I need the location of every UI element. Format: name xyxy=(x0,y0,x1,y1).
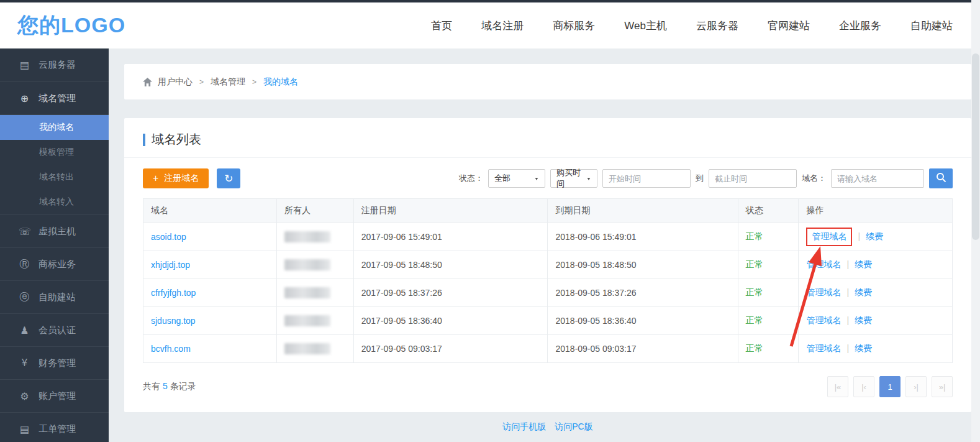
status-cell: 正常 xyxy=(738,307,799,335)
server-icon: ▤ xyxy=(19,59,30,71)
sidebar-item-site-builder[interactable]: ⓔ自助建站 xyxy=(0,280,109,313)
sidebar-item-finance[interactable]: ¥财务管理 xyxy=(0,346,109,379)
refresh-button[interactable]: ↻ xyxy=(217,168,240,188)
top-nav-item[interactable]: 商标服务 xyxy=(553,19,595,33)
renew-link[interactable]: 续费 xyxy=(855,259,872,269)
renew-link[interactable]: 续费 xyxy=(866,231,883,241)
sidebar-item-virtual-host[interactable]: ☏虚拟主机 xyxy=(0,214,109,247)
breadcrumb-item[interactable]: 用户中心 xyxy=(158,76,193,88)
sidebar-item-ticket[interactable]: ▤工单管理 xyxy=(0,412,109,442)
sidebar-item-label: 工单管理 xyxy=(39,423,76,435)
domain-link[interactable]: bcvfh.com xyxy=(151,344,191,354)
domain-cell: bcvfh.com xyxy=(143,335,277,363)
action-separator: | xyxy=(858,231,860,241)
sidebar-subitem-template-mgmt[interactable]: 模板管理 xyxy=(0,140,109,165)
start-time-input[interactable] xyxy=(602,169,691,188)
sidebar-item-account[interactable]: ⚙账户管理 xyxy=(0,379,109,412)
sidebar-item-domain-mgmt[interactable]: ⊕域名管理 xyxy=(0,81,109,114)
top-nav-item[interactable]: 云服务器 xyxy=(696,19,738,33)
manage-domain-link[interactable]: 管理域名 xyxy=(806,259,841,269)
owner-cell xyxy=(276,223,353,251)
status-badge: 正常 xyxy=(746,259,763,269)
to-label: 到 xyxy=(696,173,704,184)
registration-date-cell: 2017-09-05 18:36:40 xyxy=(353,307,548,335)
domain-search-input[interactable] xyxy=(831,169,924,188)
renew-link[interactable]: 续费 xyxy=(855,315,872,325)
browser-scrollbar[interactable] xyxy=(971,0,980,442)
sidebar-item-member-auth[interactable]: ♟会员认证 xyxy=(0,313,109,346)
registration-date-cell: 2017-09-06 15:49:01 xyxy=(353,223,548,251)
globe-icon: ⊕ xyxy=(19,93,30,104)
time-type-select[interactable]: 购买时间 ▼ xyxy=(550,169,597,188)
expiry-date-cell: 2018-09-06 15:49:01 xyxy=(548,223,738,251)
record-count-summary: 共有5条记录 xyxy=(143,381,196,392)
column-header: 操作 xyxy=(799,199,953,223)
table-row: xhjdjdj.top2017-09-05 18:48:502018-09-05… xyxy=(143,251,953,279)
domain-cell: asoid.top xyxy=(143,223,277,251)
manage-domain-link[interactable]: 管理域名 xyxy=(806,287,841,297)
register-domain-button[interactable]: + 注册域名 xyxy=(143,168,209,188)
status-select[interactable]: 全部 ▼ xyxy=(488,169,545,188)
owner-cell xyxy=(276,335,353,363)
actions-cell: 管理域名|续费 xyxy=(799,223,953,251)
domain-link[interactable]: asoid.top xyxy=(151,232,186,242)
search-icon xyxy=(936,172,946,185)
manage-domain-link[interactable]: 管理域名 xyxy=(806,343,841,353)
top-nav-item[interactable]: Web主机 xyxy=(624,19,667,33)
footer-link[interactable]: 访问PC版 xyxy=(555,421,592,431)
page-1-button[interactable]: 1 xyxy=(879,376,901,397)
person-icon: ♟ xyxy=(19,325,30,336)
top-nav-item[interactable]: 官网建站 xyxy=(768,19,810,33)
next-page-button[interactable]: ›| xyxy=(905,376,927,397)
site-logo: 您的LOGO xyxy=(17,11,125,40)
domain-link[interactable]: xhjdjdj.top xyxy=(151,260,190,270)
top-nav-item[interactable]: 企业服务 xyxy=(839,19,881,33)
breadcrumb-item[interactable]: 我的域名 xyxy=(263,76,298,88)
registration-date-cell: 2017-09-05 09:03:17 xyxy=(353,335,548,363)
sidebar-subitem-domain-transfer-out[interactable]: 域名转出 xyxy=(0,165,109,190)
footer-links: 访问手机版访问PC版 xyxy=(124,421,971,433)
footer-link[interactable]: 访问手机版 xyxy=(502,421,546,431)
domain-link[interactable]: sjdusng.top xyxy=(151,316,196,326)
sidebar-subitem-domain-transfer-in[interactable]: 域名转入 xyxy=(0,190,109,214)
breadcrumb-panel: 用户中心>域名管理>我的域名 xyxy=(124,64,971,99)
status-cell: 正常 xyxy=(738,279,799,307)
breadcrumb-item[interactable]: 域名管理 xyxy=(211,76,245,88)
expiry-date-cell: 2018-09-05 18:36:40 xyxy=(548,307,738,335)
end-time-input[interactable] xyxy=(709,169,797,188)
prev-page-button[interactable]: |‹ xyxy=(853,376,874,397)
column-header: 所有人 xyxy=(276,199,353,223)
actions-cell: 管理域名|续费 xyxy=(799,279,953,307)
owner-redacted-blur xyxy=(284,287,330,298)
search-button[interactable] xyxy=(929,168,953,188)
scrollbar-thumb[interactable] xyxy=(972,53,979,240)
action-separator: | xyxy=(846,287,849,297)
status-badge: 正常 xyxy=(746,231,763,241)
sidebar-item-label: 账户管理 xyxy=(39,390,76,402)
table-row: asoid.top2017-09-06 15:49:012018-09-06 1… xyxy=(143,223,953,251)
registration-date-cell: 2017-09-05 18:48:50 xyxy=(353,251,548,279)
status-badge: 正常 xyxy=(746,315,763,325)
domain-link[interactable]: cfrfyjfgh.top xyxy=(151,288,196,298)
breadcrumb: 用户中心>域名管理>我的域名 xyxy=(143,76,298,88)
sidebar-submenu: 我的域名模板管理域名转出域名转入 xyxy=(0,114,109,214)
top-nav-item[interactable]: 首页 xyxy=(431,19,452,33)
owner-redacted-blur xyxy=(284,343,330,354)
manage-domain-link[interactable]: 管理域名 xyxy=(806,315,841,325)
top-nav-item[interactable]: 域名注册 xyxy=(481,19,524,33)
domain-cell: cfrfyjfgh.top xyxy=(143,279,277,307)
sidebar-subitem-my-domains[interactable]: 我的域名 xyxy=(0,115,109,140)
status-filter-label: 状态： xyxy=(459,173,483,184)
last-page-button[interactable]: »| xyxy=(932,376,953,397)
sidebar-item-trademark[interactable]: Ⓡ商标业务 xyxy=(0,247,109,280)
renew-link[interactable]: 续费 xyxy=(855,287,872,297)
table-header-row: 域名所有人注册日期到期日期状态操作 xyxy=(143,199,953,223)
top-nav-item[interactable]: 自助建站 xyxy=(910,19,953,33)
title-accent-bar xyxy=(143,134,145,146)
renew-link[interactable]: 续费 xyxy=(855,343,872,353)
sidebar-item-label: 虚拟主机 xyxy=(39,226,76,237)
sidebar-item-cloud-server[interactable]: ▤云服务器 xyxy=(0,48,109,81)
first-page-button[interactable]: |« xyxy=(827,376,848,397)
sidebar-item-label: 会员认证 xyxy=(39,325,76,336)
manage-domain-link[interactable]: 管理域名 xyxy=(806,228,852,246)
